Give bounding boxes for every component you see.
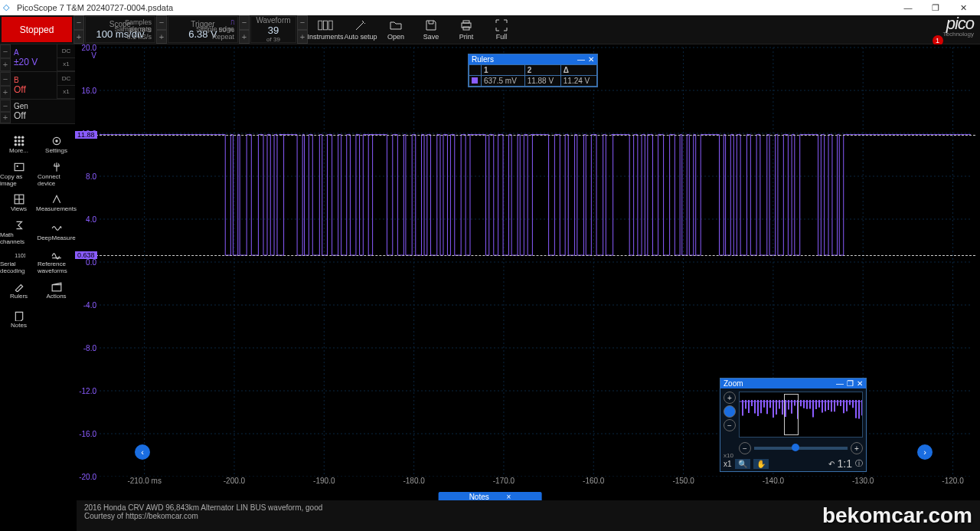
- close-button[interactable]: ✕: [949, 0, 977, 15]
- minimize-button[interactable]: —: [894, 0, 922, 15]
- deepmeasure-button[interactable]: DeepMeasure: [38, 218, 75, 247]
- sigma-icon: [13, 220, 25, 231]
- rulers-panel-close[interactable]: ✕: [588, 55, 594, 64]
- ch-b-coupling: DC: [57, 72, 75, 86]
- scope-minus[interactable]: −: [156, 15, 167, 30]
- zoom-search-button[interactable]: 🔍: [735, 459, 750, 469]
- waveform-plus[interactable]: +: [297, 30, 308, 44]
- zoom-info-button[interactable]: ⓘ: [855, 458, 863, 469]
- svg-point-7: [18, 136, 21, 139]
- svg-rect-24: [52, 285, 61, 291]
- trigger-minus[interactable]: −: [239, 15, 250, 30]
- instruments-button[interactable]: Instruments: [308, 15, 343, 44]
- waveform-of: of 39: [266, 36, 280, 43]
- scope-plus[interactable]: +: [156, 30, 167, 44]
- ch-a-probe: x1: [57, 58, 75, 72]
- zoom-hand-button[interactable]: ✋: [753, 459, 769, 469]
- zoom-out-y-button[interactable]: −: [724, 419, 736, 431]
- zoom-out-x-button[interactable]: −: [739, 442, 751, 454]
- settings-button[interactable]: Settings: [38, 130, 75, 159]
- svg-point-10: [18, 139, 21, 143]
- scope-rate: 6.1 kS/s: [126, 33, 152, 41]
- window-titlebar: ◇ PicoScope 7 T&M 20240727-0004.psdata —…: [0, 0, 980, 15]
- save-button[interactable]: Save: [413, 15, 449, 44]
- channel-b-label: B: [14, 76, 54, 84]
- more-button[interactable]: More...: [0, 130, 38, 159]
- serial-button[interactable]: 1101Serial decoding: [0, 247, 38, 276]
- zoom-x-slider[interactable]: [754, 447, 848, 450]
- zoom-panel-min[interactable]: —: [836, 379, 844, 388]
- zoom-panel-dock[interactable]: ❐: [847, 379, 854, 388]
- rulers-panel-title: Rulers: [472, 55, 577, 64]
- prev-frame-button[interactable]: ‹: [135, 444, 150, 460]
- copy-button[interactable]: Copy as image: [0, 159, 38, 188]
- status-plus[interactable]: +: [74, 30, 84, 44]
- open-button[interactable]: Open: [378, 15, 413, 44]
- svg-point-8: [21, 136, 24, 139]
- folder-open-icon: [388, 19, 403, 31]
- scope-panel[interactable]: Scope 100 ms/div Samples 6108 S Sample r…: [85, 16, 155, 43]
- print-button[interactable]: Print: [449, 15, 484, 44]
- zoom-y-thumb[interactable]: [724, 405, 736, 418]
- rulers-button[interactable]: Rulers: [0, 276, 38, 305]
- trigger-plus[interactable]: +: [239, 30, 250, 44]
- ruler-low[interactable]: [77, 255, 975, 256]
- status-minus[interactable]: −: [74, 15, 84, 30]
- actions-button[interactable]: Actions: [38, 276, 75, 305]
- channel-a-label: A: [14, 48, 54, 57]
- waveform-panel[interactable]: Waveform 39 of 39: [250, 16, 296, 43]
- zoom-x1-label: x1: [724, 460, 732, 468]
- reference-button[interactable]: Reference waveforms: [38, 247, 75, 276]
- binary-icon: 1101: [13, 249, 25, 260]
- next-frame-button[interactable]: ›: [917, 444, 933, 460]
- trigger-repeat: Repeat: [212, 33, 234, 41]
- zoom-panel-close[interactable]: ✕: [857, 379, 863, 388]
- note-icon: [13, 310, 25, 321]
- gen-minus[interactable]: −: [0, 100, 11, 112]
- zoom-reset-button[interactable]: 1:1: [838, 457, 852, 470]
- waveform-minus[interactable]: −: [297, 15, 308, 30]
- ch-b-plus[interactable]: +: [0, 86, 11, 100]
- svg-point-11: [21, 139, 24, 143]
- ch-a-plus[interactable]: +: [0, 58, 11, 72]
- gen-plus[interactable]: +: [0, 112, 11, 124]
- notes-button[interactable]: Notes: [0, 305, 38, 334]
- instruments-icon: [318, 19, 333, 31]
- ch-a-minus[interactable]: −: [0, 44, 11, 58]
- zoom-overview[interactable]: [739, 392, 863, 438]
- maximize-button[interactable]: ❐: [922, 0, 949, 15]
- trigger-panel[interactable]: Trigger 6.38 V ⎍ 50 % Simple edge Repeat: [168, 16, 238, 43]
- refwave-icon: [51, 249, 63, 260]
- layout-icon: [13, 194, 25, 205]
- rulers-panel-min[interactable]: —: [577, 55, 585, 64]
- zoom-floating-panel[interactable]: Zoom — ❐ ✕ + − − + x1 🔍 ✋ ↶ 1:1 ⓘ x10: [720, 378, 867, 472]
- run-stop-button[interactable]: Stopped: [2, 17, 72, 42]
- ruler-high[interactable]: [77, 135, 975, 136]
- svg-point-14: [21, 143, 24, 146]
- clapper-icon: [51, 281, 63, 292]
- waveform-title: Waveform: [256, 16, 290, 25]
- autosetup-button[interactable]: Auto setup: [343, 15, 378, 44]
- measurements-button[interactable]: Measurements: [38, 188, 75, 218]
- zoom-panel-title: Zoom: [724, 379, 836, 388]
- connect-button[interactable]: Connect device: [38, 159, 75, 188]
- ch-b-minus[interactable]: −: [0, 72, 11, 86]
- channel-a-row[interactable]: −+ A ±20 V DCx1: [0, 44, 75, 72]
- math-button[interactable]: Math channels: [0, 218, 38, 247]
- svg-rect-2: [328, 21, 332, 30]
- generator-row[interactable]: −+ Gen Off: [0, 100, 75, 124]
- ruler-low-label: 0.638: [75, 251, 97, 259]
- svg-text:1101: 1101: [15, 252, 25, 257]
- zoom-undo-button[interactable]: ↶: [828, 460, 835, 468]
- rulers-table: 1 2 Δ 637.5 mV 11.88 V 11.24 V: [469, 64, 597, 87]
- zoom-in-x-button[interactable]: +: [851, 442, 863, 454]
- fullscreen-button[interactable]: Full: [484, 15, 519, 44]
- rulers-floating-panel[interactable]: Rulers — ✕ 1 2 Δ 637.5 mV 11.88 V 11.24 …: [468, 54, 598, 87]
- channel-dot-icon: [472, 77, 478, 84]
- zoom-selection-box[interactable]: [784, 394, 799, 435]
- channel-b-row[interactable]: −+ B Off DCx1: [0, 72, 75, 100]
- zoom-x-thumb[interactable]: [792, 444, 799, 451]
- zoom-in-y-button[interactable]: +: [724, 392, 736, 404]
- table-row: 637.5 mV 11.88 V 11.24 V: [469, 76, 597, 87]
- views-button[interactable]: Views: [0, 188, 38, 218]
